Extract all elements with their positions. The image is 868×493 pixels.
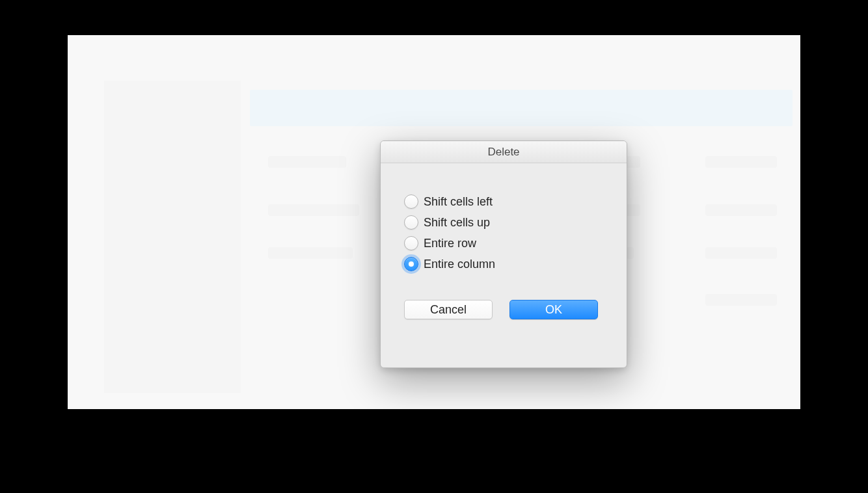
cancel-button-label: Cancel: [430, 303, 467, 317]
radio-label: Shift cells left: [424, 195, 493, 209]
delete-dialog: Delete Shift cells left Shift cells up E…: [380, 140, 627, 368]
delete-options-radio-group: Shift cells left Shift cells up Entire r…: [404, 194, 603, 271]
radio-shift-cells-up[interactable]: Shift cells up: [404, 215, 603, 230]
radio-button-icon: [404, 194, 418, 209]
radio-label: Entire column: [424, 258, 495, 271]
dialog-titlebar: Delete: [381, 141, 627, 163]
radio-entire-row[interactable]: Entire row: [404, 236, 603, 250]
radio-label: Entire row: [424, 237, 476, 250]
radio-entire-column[interactable]: Entire column: [404, 257, 603, 271]
radio-button-icon: [404, 215, 418, 230]
radio-label: Shift cells up: [424, 216, 490, 230]
app-window: Delete Shift cells left Shift cells up E…: [68, 35, 800, 409]
dialog-title: Delete: [487, 146, 519, 159]
dialog-button-row: Cancel OK: [404, 300, 603, 319]
radio-shift-cells-left[interactable]: Shift cells left: [404, 194, 603, 209]
cancel-button[interactable]: Cancel: [404, 300, 493, 319]
radio-button-icon: [404, 257, 418, 271]
radio-button-icon: [404, 236, 418, 250]
ok-button[interactable]: OK: [509, 300, 598, 319]
ok-button-label: OK: [545, 303, 562, 317]
dialog-body: Shift cells left Shift cells up Entire r…: [381, 163, 627, 332]
